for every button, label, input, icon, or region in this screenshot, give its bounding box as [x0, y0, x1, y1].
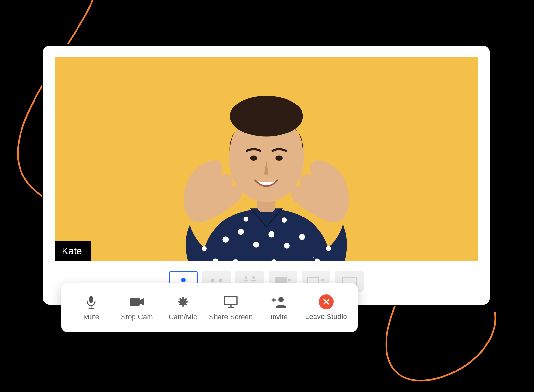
svg-point-1: [238, 229, 244, 235]
svg-point-4: [284, 243, 290, 249]
svg-point-5: [299, 234, 305, 240]
svg-point-35: [321, 279, 324, 281]
microphone-icon: [83, 294, 99, 310]
svg-point-28: [245, 276, 247, 279]
leave-studio-label: Leave Studio: [305, 313, 347, 321]
svg-point-13: [282, 217, 287, 223]
svg-point-16: [230, 96, 303, 136]
svg-point-22: [326, 246, 331, 251]
share-screen-label: Share Screen: [209, 313, 253, 321]
svg-rect-40: [130, 298, 140, 306]
control-toolbar: Mute Stop Cam Cam/Mic Share Scre: [61, 283, 358, 332]
svg-point-33: [288, 279, 291, 281]
cam-mic-settings-button[interactable]: Cam/Mic: [163, 294, 202, 321]
svg-point-29: [252, 276, 255, 279]
cam-mic-label: Cam/Mic: [169, 313, 197, 321]
mute-label: Mute: [83, 313, 99, 321]
svg-point-44: [278, 297, 284, 302]
invite-button[interactable]: Invite: [260, 294, 299, 321]
stop-cam-label: Stop Cam: [121, 313, 153, 321]
camera-icon: [129, 294, 145, 310]
svg-point-0: [222, 236, 229, 243]
mute-button[interactable]: Mute: [72, 294, 111, 321]
studio-window: Kate: [42, 44, 491, 306]
svg-point-18: [275, 155, 283, 161]
svg-point-19: [202, 246, 207, 251]
participant-name-badge: Kate: [55, 241, 91, 261]
svg-rect-41: [225, 296, 237, 305]
svg-point-27: [219, 279, 222, 282]
svg-point-26: [211, 279, 214, 282]
svg-point-3: [268, 231, 274, 238]
share-screen-button[interactable]: Share Screen: [209, 294, 253, 321]
add-person-icon: [271, 294, 287, 310]
svg-point-2: [253, 242, 259, 248]
svg-point-25: [181, 278, 186, 282]
participant-video: [118, 57, 415, 261]
invite-label: Invite: [270, 313, 288, 321]
screen-share-icon: [223, 294, 239, 310]
participant-name-label: Kate: [62, 245, 82, 256]
gear-icon: [175, 294, 190, 310]
stop-cam-button[interactable]: Stop Cam: [118, 294, 157, 321]
leave-studio-button[interactable]: Leave Studio: [305, 294, 347, 321]
svg-rect-37: [89, 296, 93, 303]
svg-point-17: [250, 155, 257, 161]
close-icon: [319, 294, 334, 309]
main-video-area: Kate: [55, 57, 478, 261]
svg-point-12: [244, 217, 249, 222]
